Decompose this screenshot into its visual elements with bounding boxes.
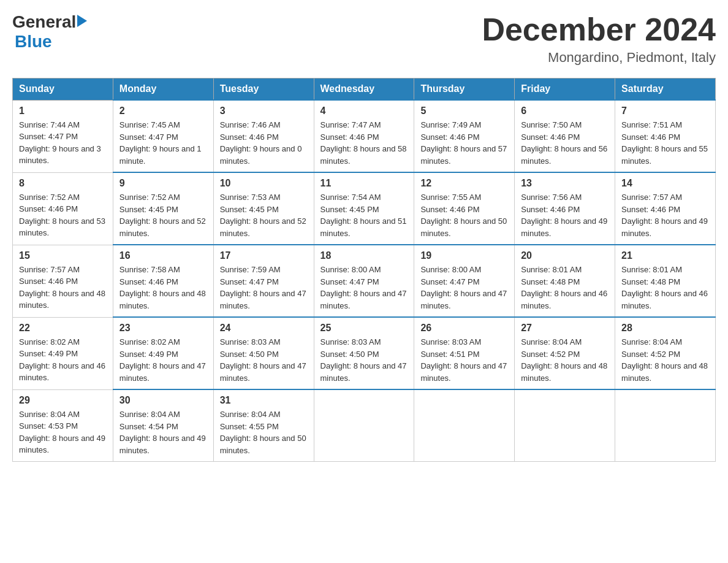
calendar-cell: 31Sunrise: 8:04 AMSunset: 4:55 PMDayligh… bbox=[213, 389, 314, 462]
calendar-cell: 9Sunrise: 7:52 AMSunset: 4:45 PMDaylight… bbox=[113, 172, 213, 245]
day-info: Sunrise: 7:49 AMSunset: 4:46 PMDaylight:… bbox=[420, 119, 508, 167]
day-number: 22 bbox=[19, 323, 107, 334]
column-header-wednesday: Wednesday bbox=[314, 79, 414, 101]
calendar-cell bbox=[414, 389, 515, 462]
calendar-week-row: 1Sunrise: 7:44 AMSunset: 4:47 PMDaylight… bbox=[13, 100, 716, 172]
day-number: 28 bbox=[621, 323, 709, 334]
calendar-cell: 5Sunrise: 7:49 AMSunset: 4:46 PMDaylight… bbox=[414, 100, 515, 172]
day-info: Sunrise: 8:04 AMSunset: 4:52 PMDaylight:… bbox=[521, 336, 609, 384]
title-section: December 2024 Mongardino, Piedmont, Ital… bbox=[482, 12, 716, 66]
calendar-week-row: 15Sunrise: 7:57 AMSunset: 4:46 PMDayligh… bbox=[13, 245, 716, 317]
calendar-cell: 30Sunrise: 8:04 AMSunset: 4:54 PMDayligh… bbox=[113, 389, 213, 462]
calendar-cell: 25Sunrise: 8:03 AMSunset: 4:50 PMDayligh… bbox=[314, 317, 414, 389]
location-subtitle: Mongardino, Piedmont, Italy bbox=[482, 50, 716, 66]
day-info: Sunrise: 8:03 AMSunset: 4:50 PMDaylight:… bbox=[220, 336, 308, 384]
calendar-cell: 24Sunrise: 8:03 AMSunset: 4:50 PMDayligh… bbox=[213, 317, 314, 389]
calendar-cell bbox=[515, 389, 615, 462]
day-number: 1 bbox=[19, 105, 107, 117]
day-number: 5 bbox=[420, 105, 508, 117]
calendar-cell: 8Sunrise: 7:52 AMSunset: 4:46 PMDaylight… bbox=[13, 172, 113, 245]
day-number: 7 bbox=[621, 105, 709, 117]
day-number: 19 bbox=[420, 250, 508, 261]
column-header-friday: Friday bbox=[515, 79, 615, 101]
calendar-cell: 6Sunrise: 7:50 AMSunset: 4:46 PMDaylight… bbox=[515, 100, 615, 172]
day-number: 31 bbox=[220, 395, 308, 406]
day-info: Sunrise: 8:01 AMSunset: 4:48 PMDaylight:… bbox=[521, 264, 609, 312]
day-number: 23 bbox=[119, 323, 207, 334]
day-number: 29 bbox=[19, 395, 107, 406]
calendar-cell bbox=[314, 389, 414, 462]
day-info: Sunrise: 8:03 AMSunset: 4:50 PMDaylight:… bbox=[320, 336, 408, 384]
day-info: Sunrise: 7:57 AMSunset: 4:46 PMDaylight:… bbox=[19, 264, 107, 312]
day-info: Sunrise: 7:51 AMSunset: 4:46 PMDaylight:… bbox=[621, 119, 709, 167]
logo-arrow-icon bbox=[77, 15, 87, 27]
calendar-cell bbox=[615, 389, 716, 462]
calendar-cell: 19Sunrise: 8:00 AMSunset: 4:47 PMDayligh… bbox=[414, 245, 515, 317]
day-number: 14 bbox=[621, 178, 709, 189]
day-number: 27 bbox=[521, 323, 609, 334]
calendar-table: SundayMondayTuesdayWednesdayThursdayFrid… bbox=[12, 78, 716, 462]
day-number: 6 bbox=[521, 105, 609, 117]
day-info: Sunrise: 7:47 AMSunset: 4:46 PMDaylight:… bbox=[320, 119, 408, 167]
day-info: Sunrise: 7:53 AMSunset: 4:45 PMDaylight:… bbox=[220, 191, 308, 239]
calendar-cell: 13Sunrise: 7:56 AMSunset: 4:46 PMDayligh… bbox=[515, 172, 615, 245]
day-number: 18 bbox=[320, 250, 408, 261]
month-year-title: December 2024 bbox=[482, 12, 716, 47]
column-header-tuesday: Tuesday bbox=[213, 79, 314, 101]
calendar-week-row: 8Sunrise: 7:52 AMSunset: 4:46 PMDaylight… bbox=[13, 172, 716, 245]
calendar-cell: 10Sunrise: 7:53 AMSunset: 4:45 PMDayligh… bbox=[213, 172, 314, 245]
calendar-cell: 17Sunrise: 7:59 AMSunset: 4:47 PMDayligh… bbox=[213, 245, 314, 317]
logo: General Blue bbox=[12, 12, 87, 52]
day-info: Sunrise: 7:57 AMSunset: 4:46 PMDaylight:… bbox=[621, 191, 709, 239]
day-info: Sunrise: 7:52 AMSunset: 4:45 PMDaylight:… bbox=[119, 191, 207, 239]
day-info: Sunrise: 8:04 AMSunset: 4:52 PMDaylight:… bbox=[621, 336, 709, 384]
day-number: 17 bbox=[220, 250, 308, 261]
day-number: 12 bbox=[420, 178, 508, 189]
day-info: Sunrise: 7:56 AMSunset: 4:46 PMDaylight:… bbox=[521, 191, 609, 239]
calendar-week-row: 29Sunrise: 8:04 AMSunset: 4:53 PMDayligh… bbox=[13, 389, 716, 462]
day-info: Sunrise: 8:04 AMSunset: 4:55 PMDaylight:… bbox=[220, 408, 308, 456]
calendar-cell: 1Sunrise: 7:44 AMSunset: 4:47 PMDaylight… bbox=[13, 100, 113, 172]
day-info: Sunrise: 8:04 AMSunset: 4:53 PMDaylight:… bbox=[19, 408, 107, 456]
day-number: 24 bbox=[220, 323, 308, 334]
day-info: Sunrise: 8:01 AMSunset: 4:48 PMDaylight:… bbox=[621, 264, 709, 312]
calendar-cell: 2Sunrise: 7:45 AMSunset: 4:47 PMDaylight… bbox=[113, 100, 213, 172]
day-number: 21 bbox=[621, 250, 709, 261]
day-number: 10 bbox=[220, 178, 308, 189]
day-info: Sunrise: 7:45 AMSunset: 4:47 PMDaylight:… bbox=[119, 119, 207, 167]
day-number: 30 bbox=[119, 395, 207, 406]
day-number: 25 bbox=[320, 323, 408, 334]
logo-general-text: General bbox=[12, 12, 76, 32]
calendar-cell: 4Sunrise: 7:47 AMSunset: 4:46 PMDaylight… bbox=[314, 100, 414, 172]
day-info: Sunrise: 8:04 AMSunset: 4:54 PMDaylight:… bbox=[119, 408, 207, 456]
day-number: 20 bbox=[521, 250, 609, 261]
day-info: Sunrise: 7:58 AMSunset: 4:46 PMDaylight:… bbox=[119, 264, 207, 312]
calendar-cell: 7Sunrise: 7:51 AMSunset: 4:46 PMDaylight… bbox=[615, 100, 716, 172]
calendar-week-row: 22Sunrise: 8:02 AMSunset: 4:49 PMDayligh… bbox=[13, 317, 716, 389]
calendar-cell: 26Sunrise: 8:03 AMSunset: 4:51 PMDayligh… bbox=[414, 317, 515, 389]
calendar-cell: 22Sunrise: 8:02 AMSunset: 4:49 PMDayligh… bbox=[13, 317, 113, 389]
day-number: 26 bbox=[420, 323, 508, 334]
page-header: General Blue December 2024 Mongardino, P… bbox=[12, 12, 716, 66]
calendar-cell: 29Sunrise: 8:04 AMSunset: 4:53 PMDayligh… bbox=[13, 389, 113, 462]
calendar-cell: 20Sunrise: 8:01 AMSunset: 4:48 PMDayligh… bbox=[515, 245, 615, 317]
column-header-sunday: Sunday bbox=[13, 79, 113, 101]
calendar-header-row: SundayMondayTuesdayWednesdayThursdayFrid… bbox=[13, 79, 716, 101]
calendar-cell: 11Sunrise: 7:54 AMSunset: 4:45 PMDayligh… bbox=[314, 172, 414, 245]
calendar-cell: 23Sunrise: 8:02 AMSunset: 4:49 PMDayligh… bbox=[113, 317, 213, 389]
day-number: 9 bbox=[119, 178, 207, 189]
calendar-cell: 16Sunrise: 7:58 AMSunset: 4:46 PMDayligh… bbox=[113, 245, 213, 317]
day-number: 16 bbox=[119, 250, 207, 261]
day-info: Sunrise: 8:02 AMSunset: 4:49 PMDaylight:… bbox=[119, 336, 207, 384]
day-number: 13 bbox=[521, 178, 609, 189]
day-number: 8 bbox=[19, 178, 107, 189]
day-info: Sunrise: 7:59 AMSunset: 4:47 PMDaylight:… bbox=[220, 264, 308, 312]
column-header-saturday: Saturday bbox=[615, 79, 716, 101]
day-info: Sunrise: 8:00 AMSunset: 4:47 PMDaylight:… bbox=[420, 264, 508, 312]
day-info: Sunrise: 8:00 AMSunset: 4:47 PMDaylight:… bbox=[320, 264, 408, 312]
day-info: Sunrise: 7:52 AMSunset: 4:46 PMDaylight:… bbox=[19, 191, 107, 239]
day-number: 4 bbox=[320, 105, 408, 117]
column-header-thursday: Thursday bbox=[414, 79, 515, 101]
calendar-cell: 14Sunrise: 7:57 AMSunset: 4:46 PMDayligh… bbox=[615, 172, 716, 245]
day-number: 15 bbox=[19, 250, 107, 261]
